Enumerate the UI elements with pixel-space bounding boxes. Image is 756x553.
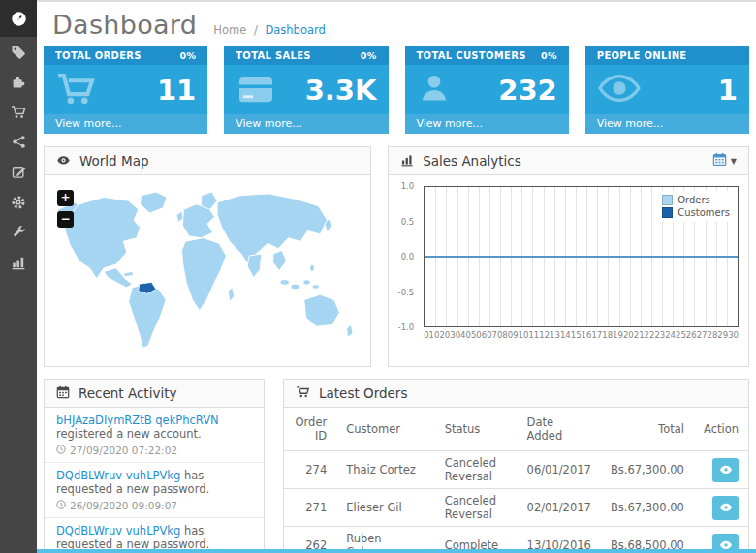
chart-y-axis: 1.0 0.5 0.0 -0.5 -1.0 (393, 186, 418, 327)
share-nodes-icon (12, 135, 26, 149)
activity-user-link[interactable]: bHJAzaDIymRZtB qekPhcRVN (56, 414, 219, 427)
chart-plot-area: Orders Customers (424, 186, 739, 327)
tile-percent-badge: 0% (180, 50, 197, 61)
sidebar-item-extensions[interactable] (0, 67, 37, 97)
shopping-cart-icon (11, 105, 26, 120)
page-header: Dashboard Home / Dashboard (37, 2, 756, 40)
view-more-link[interactable]: View more... (55, 117, 122, 130)
legend-label: Orders (677, 195, 710, 205)
breadcrumb-separator: / (254, 23, 258, 37)
eye-icon (597, 73, 642, 108)
world-map-panel: World Map + − (44, 146, 371, 367)
tile-percent-badge: 0% (541, 50, 557, 61)
view-more-link[interactable]: View more... (417, 117, 484, 130)
map-zoom-out-button[interactable]: − (57, 211, 74, 228)
wrench-icon (12, 225, 26, 239)
column-header: Status (435, 408, 518, 451)
sidebar-item-dashboard[interactable] (0, 0, 37, 37)
admin-dashboard-screen: Dashboard Home / Dashboard TOTAL ORDERS … (0, 0, 756, 553)
sidebar-nav (0, 0, 37, 553)
tile-total-orders: TOTAL ORDERS 0% 11 View more... (44, 46, 207, 134)
sales-analytics-panel: Sales Analytics ▼ 1.0 0.5 0.0 - (388, 146, 749, 367)
page-title: Dashboard (52, 10, 197, 40)
activity-orders-row: Recent Activity bHJAzaDIymRZtB qekPhcRVN… (44, 379, 749, 553)
tile-total-sales: TOTAL SALES 0% 3.3K View more... (224, 46, 388, 134)
table-row: 274 Thaiz Cortez Canceled Reversal 06/01… (284, 451, 748, 489)
world-map[interactable] (52, 183, 362, 358)
column-header: Action (694, 408, 748, 451)
breadcrumb: Home / Dashboard (213, 23, 326, 37)
gear-icon (11, 195, 26, 210)
clock-icon (56, 444, 66, 457)
activity-item: DQdBLWruv vuhLPVkg has requested a new p… (45, 463, 264, 518)
sidebar-item-sales[interactable] (0, 97, 37, 127)
panel-title: Latest Orders (319, 385, 407, 401)
column-header: Order ID (284, 408, 336, 451)
clock-icon (56, 499, 66, 512)
calendar-icon (712, 152, 727, 169)
legend-swatch-customers (662, 207, 673, 218)
view-order-button[interactable] (712, 496, 739, 520)
activity-item: bHJAzaDIymRZtB qekPhcRVN registered a ne… (45, 408, 264, 463)
chart-legend: Orders Customers (658, 191, 734, 222)
view-more-link[interactable]: View more... (236, 117, 302, 130)
tile-value: 1 (718, 74, 738, 107)
bar-chart-icon (400, 153, 414, 169)
eye-icon (56, 153, 71, 169)
sidebar-item-tools[interactable] (0, 217, 37, 247)
calendar-icon (56, 385, 70, 402)
activity-timestamp: 26/09/2020 09:09:07 (56, 499, 252, 512)
bottom-edge-strip (37, 549, 756, 553)
column-header: Total (601, 408, 694, 451)
tile-people-online: PEOPLE ONLINE 1 View more... (585, 46, 749, 134)
puzzle-piece-icon (11, 75, 26, 90)
chart-zero-line (425, 256, 738, 258)
sidebar-item-design[interactable] (0, 157, 37, 187)
activity-user-link[interactable]: DQdBLWruv vuhLPVkg (56, 524, 180, 538)
table-row: 271 Elieser Gil Canceled Reversal 02/01/… (284, 489, 748, 527)
column-header: Customer (336, 408, 434, 451)
activity-timestamp: 27/09/2020 07:22:02 (56, 444, 252, 457)
breadcrumb-current-link[interactable]: Dashboard (265, 23, 325, 37)
tile-label: TOTAL CUSTOMERS (417, 50, 526, 61)
activity-user-link[interactable]: DQdBLWruv vuhLPVkg (56, 469, 180, 482)
recent-activity-panel: Recent Activity bHJAzaDIymRZtB qekPhcRVN… (44, 379, 265, 553)
panel-title: Sales Analytics (423, 153, 521, 169)
breadcrumb-home-link[interactable]: Home (213, 23, 246, 37)
tag-icon (11, 45, 26, 60)
legend-swatch-orders (662, 195, 673, 205)
eye-icon (719, 465, 733, 475)
tile-value: 232 (498, 74, 557, 107)
panel-title: World Map (79, 153, 148, 169)
activity-item: DQdBLWruv vuhLPVkg has requested a new p… (45, 518, 264, 553)
tile-label: PEOPLE ONLINE (597, 50, 687, 61)
main-content: Dashboard Home / Dashboard TOTAL ORDERS … (37, 0, 756, 553)
view-order-button[interactable] (712, 458, 739, 482)
tile-value: 3.3K (305, 74, 377, 107)
tile-label: TOTAL SALES (236, 50, 311, 61)
legend-label: Customers (677, 207, 730, 218)
sidebar-item-system[interactable] (0, 187, 37, 217)
speedometer-icon (11, 11, 27, 27)
map-chart-row: World Map + − (44, 146, 749, 367)
credit-card-icon (236, 72, 276, 108)
eye-icon (719, 503, 733, 512)
date-range-button[interactable]: ▼ (712, 152, 737, 169)
tile-percent-badge: 0% (361, 50, 377, 61)
map-zoom-in-button[interactable]: + (57, 190, 74, 206)
sidebar-item-reports[interactable] (0, 247, 37, 277)
shopping-cart-icon (296, 385, 310, 402)
bar-chart-icon (11, 255, 26, 270)
chevron-down-icon: ▼ (731, 157, 737, 166)
tile-value: 11 (157, 74, 196, 107)
tile-label: TOTAL ORDERS (55, 50, 142, 61)
latest-orders-panel: Latest Orders Order ID Customer Status D… (283, 379, 749, 553)
pencil-square-icon (12, 165, 26, 179)
latest-orders-table: Order ID Customer Status Date Added Tota… (284, 408, 748, 553)
sidebar-item-catalog[interactable] (0, 37, 37, 67)
view-more-link[interactable]: View more... (597, 117, 664, 130)
panel-title: Recent Activity (79, 385, 176, 401)
sidebar-item-marketing[interactable] (0, 127, 37, 157)
shopping-cart-icon (55, 71, 96, 109)
stat-tiles-row: TOTAL ORDERS 0% 11 View more... TOTAL SA… (44, 46, 749, 134)
